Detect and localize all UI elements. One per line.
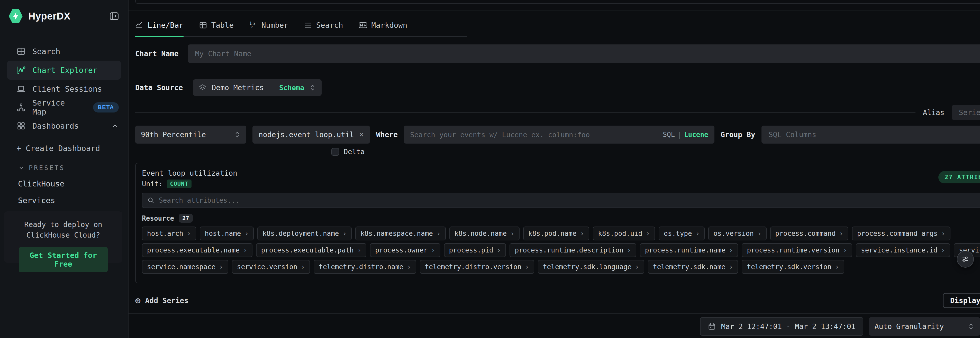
preset-services[interactable]: Services	[0, 196, 128, 205]
attribute-chip[interactable]: k8s.deployment.name›	[257, 227, 352, 240]
sidebar-item-service-map[interactable]: Service Map BETA	[0, 98, 128, 117]
attribute-chip[interactable]: process.runtime.name›	[640, 243, 738, 257]
schema-link[interactable]: Schema	[279, 84, 304, 92]
attribute-chip-label: process.runtime.name	[645, 246, 725, 254]
alias-input[interactable]	[952, 105, 980, 120]
attribute-chip-label: k8s.node.name	[455, 230, 507, 237]
attribute-chip[interactable]: process.command_args›	[852, 227, 950, 240]
granularity-select[interactable]: Auto Granularity	[869, 317, 980, 336]
svg-text:2: 2	[251, 25, 253, 29]
presets-header[interactable]: PRESETS	[0, 164, 128, 171]
chevron-right-icon: ›	[757, 230, 762, 237]
attribute-chip[interactable]: telemetry.sdk.name›	[648, 260, 738, 274]
attribute-chip[interactable]: process.runtime.description›	[509, 243, 636, 257]
attribute-chip[interactable]: os.version›	[708, 227, 766, 240]
chevron-up-icon[interactable]	[111, 122, 119, 130]
sidebar-item-client-sessions[interactable]: Client Sessions	[0, 79, 128, 98]
attribute-chip[interactable]: os.type›	[659, 227, 705, 240]
attribute-chip[interactable]: telemetry.sdk.version›	[742, 260, 844, 274]
sidebar-item-label: Dashboards	[32, 122, 79, 130]
aggregation-value: 90th Percentile	[141, 130, 206, 139]
attribute-chip[interactable]: process.runtime.version›	[742, 243, 852, 257]
sidebar-item-label: Search	[32, 47, 60, 56]
tab-search[interactable]: Search	[304, 21, 343, 30]
tab-number[interactable]: 123 Number	[249, 21, 288, 30]
data-source-row: Data Source Demo Metrics Schema	[135, 79, 980, 96]
attribute-chip[interactable]: process.pid›	[444, 243, 506, 257]
close-icon[interactable]: ×	[359, 131, 364, 138]
hyperdx-logo-icon	[9, 9, 22, 24]
chevron-right-icon: ›	[729, 246, 733, 254]
data-source-select[interactable]: Demo Metrics Schema	[193, 79, 321, 96]
sidebar-item-chart-explorer[interactable]: Chart Explorer	[7, 60, 121, 79]
attribute-chip[interactable]: telemetry.distro.version›	[420, 260, 534, 274]
where-search-input[interactable]: Search your events w/ Lucene ex. column:…	[404, 125, 714, 144]
preset-clickhouse[interactable]: ClickHouse	[0, 179, 128, 188]
chevron-right-icon: ›	[510, 230, 514, 237]
floating-settings-button[interactable]	[957, 251, 974, 268]
chevron-right-icon: ›	[729, 263, 733, 271]
sidebar-item-search[interactable]: Search	[0, 42, 128, 60]
time-range-picker[interactable]: Mar 2 12:47:01 - Mar 2 13:47:01	[700, 317, 863, 336]
query-language-toggle[interactable]: SQL|Lucene	[663, 131, 708, 138]
metric-tag[interactable]: nodejs.event_loop.util ×	[253, 125, 370, 144]
sidebar-collapse-icon[interactable]	[109, 11, 119, 21]
chevron-updown-icon	[968, 322, 974, 330]
aggregation-select[interactable]: 90th Percentile	[135, 125, 246, 144]
attribute-chip[interactable]: k8s.node.name›	[449, 227, 520, 240]
add-series-button[interactable]: ⊕ Add Series	[135, 296, 188, 305]
attribute-chip[interactable]: service.version›	[232, 260, 310, 274]
attribute-chip[interactable]: service.instance.id›	[856, 243, 950, 257]
chart-name-input[interactable]	[188, 44, 980, 63]
group-count-badge: 27	[179, 214, 193, 223]
attribute-chip[interactable]: k8s.pod.uid›	[593, 227, 655, 240]
attribute-chip[interactable]: service.namespace›	[142, 260, 228, 274]
group-label: Resource	[142, 214, 174, 222]
chip-row: process.executable.name›process.executab…	[142, 243, 980, 257]
attribute-chip[interactable]: host.name›	[200, 227, 254, 240]
tab-table[interactable]: Table	[199, 21, 234, 30]
attribute-chip[interactable]: process.command›	[770, 227, 848, 240]
delta-label: Delta	[344, 148, 364, 156]
create-dashboard-button[interactable]: + Create Dashboard	[0, 144, 128, 153]
attribute-chip[interactable]: process.executable.name›	[142, 243, 253, 257]
display-settings-button[interactable]: Display Settings	[943, 293, 980, 308]
layers-icon	[199, 84, 207, 91]
group-by-input[interactable]	[762, 125, 980, 144]
divider	[135, 112, 915, 113]
attribute-chip[interactable]: k8s.namespace.name›	[355, 227, 445, 240]
attribute-chip-label: process.command	[775, 230, 836, 237]
attributes-count-badge: 27 ATTRIBUTES	[939, 171, 980, 183]
laptop-icon	[16, 84, 26, 94]
attribute-chip-label: k8s.pod.uid	[598, 230, 642, 237]
attribute-chip[interactable]: telemetry.distro.name›	[313, 260, 416, 274]
magnifier-icon	[147, 197, 155, 204]
series-editor-row: 90th Percentile nodejs.event_loop.util ×…	[135, 125, 980, 144]
tab-markdown[interactable]: Markdown	[359, 21, 407, 30]
attribute-chip[interactable]: k8s.pod.name›	[523, 227, 590, 240]
attribute-chip-label: process.command_args	[857, 230, 937, 237]
list-icon	[304, 21, 312, 29]
attribute-search	[142, 193, 980, 208]
delta-checkbox[interactable]	[331, 148, 339, 156]
data-source-label: Data Source	[135, 84, 183, 92]
attribute-chip[interactable]: process.owner›	[370, 243, 440, 257]
get-started-button[interactable]: Get Started for Free	[19, 247, 108, 272]
attribute-chip[interactable]: process.executable.path›	[256, 243, 367, 257]
chart-line-icon	[16, 65, 26, 75]
chevron-down-icon	[18, 165, 25, 171]
where-label: Where	[376, 130, 398, 139]
chevron-right-icon: ›	[941, 246, 945, 254]
sidebar-item-dashboards[interactable]: Dashboards	[0, 117, 128, 135]
chevron-updown-icon	[234, 131, 241, 138]
sidebar-nav: Search Chart Explorer Client Sessions Se…	[0, 42, 128, 135]
chart-name-row: Chart Name	[135, 44, 980, 63]
tab-line-bar[interactable]: Line/Bar	[135, 21, 183, 30]
chevron-right-icon: ›	[580, 230, 584, 237]
attribute-chip[interactable]: telemetry.sdk.language›	[538, 260, 644, 274]
attribute-search-input[interactable]	[159, 197, 980, 204]
calendar-icon	[708, 322, 716, 330]
unit-badge: COUNT	[167, 179, 191, 188]
alias-row: Alias	[135, 105, 980, 120]
attribute-chip[interactable]: host.arch›	[142, 227, 196, 240]
